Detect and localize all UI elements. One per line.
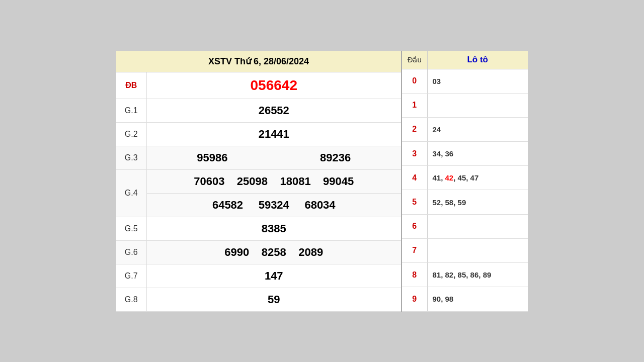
loto-values: 52, 58, 59 (427, 190, 528, 214)
results-table: XSTV Thứ 6, 28/06/2024 ĐB 056642G.1 2655… (116, 51, 402, 312)
g3-val2: 89236 (320, 151, 351, 164)
loto-num: 41 (433, 173, 441, 182)
g4-row-2: 64582 59324 68034 (116, 193, 401, 217)
g3-row: G.3 95986 89236 (116, 146, 401, 170)
loto-row-3: 3 34, 36 (402, 142, 528, 166)
g8-label: G.8 (116, 288, 146, 311)
dau-digit: 4 (402, 166, 427, 190)
g7-label: G.7 (116, 264, 146, 288)
g3-label: G.3 (116, 146, 146, 170)
g8-row: G.8 59 (116, 288, 401, 311)
loto-row-5: 5 52, 58, 59 (402, 190, 528, 214)
loto-values: 90, 98 (427, 287, 528, 311)
loto-values (427, 214, 528, 238)
loto-num: 34 (433, 149, 441, 158)
main-container: XSTV Thứ 6, 28/06/2024 ĐB 056642G.1 2655… (116, 50, 528, 312)
g4-val2: 25098 (237, 175, 268, 188)
dau-digit: 1 (402, 93, 427, 117)
g6-val1: 6990 (224, 246, 249, 258)
g7-row: G.7 147 (116, 264, 401, 288)
g4-val4: 99045 (323, 175, 354, 188)
loto-row-1: 1 (402, 93, 528, 117)
loto-values: 24 (427, 117, 528, 141)
loto-table: Đầu Lô tô 0 031 2 243 34, 364 41, 42, 45… (402, 51, 528, 312)
loto-row-8: 8 81, 82, 85, 86, 89 (402, 263, 528, 287)
g6-row: G.6 6990 8258 2089 (116, 240, 401, 264)
dau-digit: 3 (402, 142, 427, 166)
g4-val1: 70603 (194, 175, 224, 188)
g4-val7: 68034 (304, 199, 335, 211)
dau-digit: 2 (402, 117, 427, 141)
loto-row-6: 6 (402, 214, 528, 238)
loto-values: 34, 36 (427, 142, 528, 166)
dau-digit: 6 (402, 214, 427, 238)
dau-digit: 7 (402, 238, 427, 262)
loto-values: 03 (427, 69, 528, 93)
db-label: ĐB (116, 72, 146, 99)
g6-values: 6990 8258 2089 (146, 240, 401, 264)
g8-value: 59 (146, 288, 401, 311)
g1-label: G.1 (116, 99, 146, 122)
db-value: 056642 (146, 72, 401, 99)
loto-num: 36 (445, 149, 454, 158)
g2-row: G.2 21441 (116, 122, 401, 146)
g4-values-2: 64582 59324 68034 (146, 193, 401, 217)
loto-num-red: 42 (445, 173, 454, 182)
dau-digit: 0 (402, 69, 427, 93)
loto-row-9: 9 90, 98 (402, 287, 528, 311)
loto-header: Lô tô (427, 51, 528, 69)
dau-digit: 5 (402, 190, 427, 214)
table-title: XSTV Thứ 6, 28/06/2024 (116, 51, 401, 72)
dau-digit: 8 (402, 263, 427, 287)
g2-label: G.2 (116, 122, 146, 146)
g1-value: 26552 (146, 99, 401, 122)
loto-row-0: 0 03 (402, 69, 528, 93)
loto-num: 58 (445, 198, 454, 207)
loto-row-7: 7 (402, 238, 528, 262)
loto-num: 89 (483, 270, 492, 279)
loto-num: 24 (433, 125, 441, 134)
g5-value: 8385 (146, 217, 401, 240)
g6-val2: 8258 (262, 246, 286, 258)
loto-num: 47 (470, 173, 479, 182)
dau-digit: 9 (402, 287, 427, 311)
g3-values: 95986 89236 (147, 146, 401, 170)
g1-row: G.1 26552 (116, 99, 401, 122)
loto-values (427, 238, 528, 262)
loto-num: 90 (433, 295, 441, 303)
loto-num: 98 (445, 295, 454, 303)
loto-values (427, 93, 528, 117)
dau-header: Đầu (402, 51, 427, 69)
loto-num: 03 (433, 77, 441, 85)
g4-val6: 59324 (259, 199, 289, 211)
g4-val5: 64582 (212, 199, 243, 211)
loto-num: 59 (458, 198, 466, 207)
loto-values: 41, 42, 45, 47 (427, 166, 528, 190)
loto-num: 85 (458, 270, 466, 279)
g6-val3: 2089 (298, 246, 323, 258)
g5-label: G.5 (116, 217, 146, 240)
loto-row-2: 2 24 (402, 117, 528, 141)
g6-label: G.6 (116, 240, 146, 264)
loto-values: 81, 82, 85, 86, 89 (427, 263, 528, 287)
loto-num: 45 (458, 173, 466, 182)
g2-value: 21441 (146, 122, 401, 146)
g4-val3: 18081 (280, 175, 310, 188)
loto-num: 86 (470, 270, 479, 279)
loto-num: 82 (445, 270, 454, 279)
g4-row-1: G.4 70603 25098 18081 99045 (116, 170, 401, 194)
g4-values-1: 70603 25098 18081 99045 (146, 170, 401, 194)
g3-val1: 95986 (197, 151, 227, 164)
g5-row: G.5 8385 (116, 217, 401, 240)
db-row: ĐB 056642 (116, 72, 401, 99)
db-number: 056642 (251, 77, 297, 93)
loto-num: 81 (433, 270, 441, 279)
g4-label: G.4 (116, 170, 146, 217)
loto-num: 52 (433, 198, 441, 207)
g7-value: 147 (146, 264, 401, 288)
loto-row-4: 4 41, 42, 45, 47 (402, 166, 528, 190)
